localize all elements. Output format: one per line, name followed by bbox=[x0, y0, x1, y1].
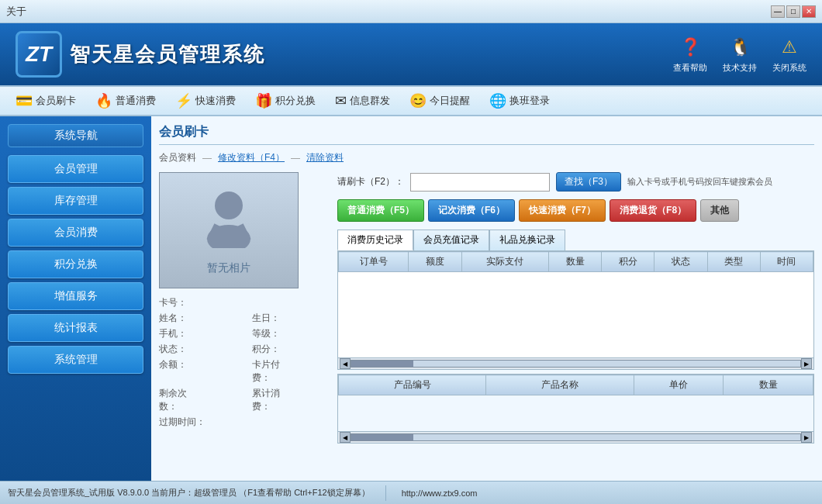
hscroll-left-arrow[interactable]: ◀ bbox=[340, 358, 351, 369]
toolbar: 💳 会员刷卡 🔥 普通消费 ⚡ 快速消费 🎁 积分兑换 ✉ 信息群发 😊 今日提… bbox=[0, 85, 822, 116]
expire-value bbox=[209, 416, 271, 429]
col-actual-pay: 实际支付 bbox=[461, 252, 548, 272]
subnav-member-data: 会员资料 bbox=[159, 151, 196, 164]
tab-consume-history[interactable]: 消费历史记录 bbox=[337, 230, 413, 250]
name-label: 姓名： bbox=[159, 312, 198, 325]
col-quantity: 数量 bbox=[724, 375, 813, 395]
sidebar-item-member-mgmt[interactable]: 会员管理 bbox=[8, 155, 143, 183]
sidebar-item-member-consume[interactable]: 会员消费 bbox=[8, 219, 143, 247]
other-button[interactable]: 其他 bbox=[700, 199, 739, 222]
statusbar: 智天星会员管理系统_试用版 V8.9.0.0 当前用户：超级管理员 （F1查看帮… bbox=[0, 481, 822, 504]
sidebar-item-sys-mgmt[interactable]: 系统管理 bbox=[8, 346, 143, 374]
tab-content: 订单号 额度 实际支付 数量 积分 状态 类型 时间 bbox=[337, 250, 814, 370]
logo-icon: ZT bbox=[16, 31, 62, 78]
close-sys-button[interactable]: ⚠ 关闭系统 bbox=[772, 35, 806, 74]
action-buttons: 普通消费（F5） 记次消费（F6） 快速消费（F7） 消费退货（F8） 其他 bbox=[337, 199, 814, 222]
card-hint: 输入卡号或手机号码按回车键搜索会员 bbox=[627, 176, 772, 188]
svg-point-0 bbox=[215, 192, 243, 219]
toolbar-normal-consume[interactable]: 🔥 普通消费 bbox=[88, 89, 164, 112]
subnav-sep-2: — bbox=[291, 153, 300, 164]
bottom-hscroll-thumb[interactable] bbox=[351, 434, 413, 440]
member-info-row-remain: 剩余次数： 累计消费： bbox=[159, 387, 330, 413]
toolbar-points-exchange-label: 积分兑换 bbox=[275, 94, 316, 108]
cardno-value bbox=[202, 296, 264, 309]
smile-icon: 😊 bbox=[409, 92, 427, 109]
page-title: 会员刷卡 bbox=[159, 124, 814, 145]
card-fee-label: 卡片付费： bbox=[252, 358, 291, 385]
bottom-table-hscroll[interactable]: ◀ ▶ bbox=[338, 431, 813, 443]
lightning-icon: ⚡ bbox=[175, 92, 192, 109]
bottom-hscroll-track[interactable] bbox=[351, 433, 801, 441]
gift-icon: 🎁 bbox=[255, 92, 272, 109]
status-label: 状态： bbox=[159, 343, 198, 356]
col-status: 状态 bbox=[654, 252, 707, 272]
logo-area: ZT 智天星会员管理系统 bbox=[16, 31, 265, 78]
sidebar: 系统导航 会员管理 库存管理 会员消费 积分兑换 增值服务 统计报表 系统管理 bbox=[0, 116, 151, 481]
logo-text: 智天星会员管理系统 bbox=[70, 41, 265, 68]
points-label: 积分： bbox=[252, 343, 291, 356]
help-button[interactable]: ❓ 查看帮助 bbox=[673, 35, 707, 74]
support-button[interactable]: 🐧 技术支持 bbox=[723, 35, 757, 74]
hscroll-track[interactable] bbox=[351, 360, 801, 368]
photo-placeholder-text: 暂无相片 bbox=[207, 261, 250, 275]
restore-button[interactable]: □ bbox=[786, 5, 800, 18]
toolbar-quick-consume-label: 快速消费 bbox=[195, 94, 236, 108]
toolbar-member-card[interactable]: 💳 会员刷卡 bbox=[8, 89, 84, 112]
warning-icon: ⚠ bbox=[777, 35, 802, 60]
close-button[interactable]: ✕ bbox=[802, 5, 816, 18]
card-icon: 💳 bbox=[16, 92, 33, 109]
top-header: ZT 智天星会员管理系统 ❓ 查看帮助 🐧 技术支持 ⚠ 关闭系统 bbox=[0, 23, 822, 85]
person-icon bbox=[202, 186, 256, 257]
toolbar-shift-login[interactable]: 🌐 换班登录 bbox=[482, 89, 558, 112]
name-value bbox=[202, 312, 248, 325]
mail-icon: ✉ bbox=[335, 92, 347, 109]
member-info-row-cardno: 卡号： bbox=[159, 296, 330, 309]
subnav-clear-data[interactable]: 清除资料 bbox=[306, 151, 344, 164]
toolbar-points-exchange[interactable]: 🎁 积分兑换 bbox=[247, 89, 323, 112]
toolbar-quick-consume[interactable]: ⚡ 快速消费 bbox=[168, 89, 243, 112]
card-input-field[interactable] bbox=[410, 173, 550, 192]
toolbar-today-remind[interactable]: 😊 今日提醒 bbox=[402, 89, 478, 112]
toolbar-sms-label: 信息群发 bbox=[350, 94, 390, 108]
toolbar-member-card-label: 会员刷卡 bbox=[36, 94, 76, 108]
col-product-no: 产品编号 bbox=[339, 375, 486, 395]
member-info-row-name: 姓名： 生日： bbox=[159, 312, 330, 325]
top-actions: ❓ 查看帮助 🐧 技术支持 ⚠ 关闭系统 bbox=[673, 35, 806, 74]
toolbar-sms[interactable]: ✉ 信息群发 bbox=[327, 89, 398, 112]
tab-gift-exchange[interactable]: 礼品兑换记录 bbox=[489, 230, 565, 250]
sidebar-item-stock-mgmt[interactable]: 库存管理 bbox=[8, 187, 143, 215]
tab-recharge-record[interactable]: 会员充值记录 bbox=[413, 230, 489, 250]
globe-icon: 🌐 bbox=[489, 92, 506, 109]
consume-table-hscroll[interactable]: ◀ ▶ bbox=[338, 357, 813, 369]
hscroll-thumb[interactable] bbox=[351, 361, 413, 367]
balance-value bbox=[202, 358, 248, 385]
subnav-modify-data[interactable]: 修改资料（F4） bbox=[218, 151, 285, 164]
total-consume-label: 累计消费： bbox=[252, 387, 291, 413]
bottom-table-area: 产品编号 产品名称 单价 数量 ◀ bbox=[337, 374, 814, 444]
card-search-button[interactable]: 查找（F3） bbox=[556, 172, 621, 192]
support-icon: 🐧 bbox=[727, 35, 752, 60]
sidebar-item-points-exchange[interactable]: 积分兑换 bbox=[8, 250, 143, 278]
toolbar-shift-login-label: 换班登录 bbox=[509, 94, 550, 108]
hscroll-right-arrow[interactable]: ▶ bbox=[801, 358, 812, 369]
quick-consume-button[interactable]: 快速消费（F7） bbox=[519, 199, 606, 222]
help-label: 查看帮助 bbox=[673, 62, 707, 74]
photo-placeholder: 暂无相片 bbox=[159, 172, 299, 288]
remain-label: 剩余次数： bbox=[159, 387, 198, 413]
minimize-button[interactable]: — bbox=[771, 5, 785, 18]
sidebar-item-stat-report[interactable]: 统计报表 bbox=[8, 314, 143, 342]
bottom-hscroll-left-arrow[interactable]: ◀ bbox=[340, 432, 351, 443]
bottom-table: 产品编号 产品名称 单价 数量 bbox=[338, 375, 813, 395]
balance-label: 余额： bbox=[159, 358, 198, 385]
col-unit-price: 单价 bbox=[634, 375, 724, 395]
normal-consume-button[interactable]: 普通消费（F5） bbox=[337, 199, 424, 222]
card-input-row: 请刷卡（F2）： 查找（F3） 输入卡号或手机号码按回车键搜索会员 bbox=[337, 172, 814, 192]
col-order-no: 订单号 bbox=[339, 252, 409, 272]
refund-button[interactable]: 消费退货（F8） bbox=[610, 199, 696, 222]
sidebar-item-value-service[interactable]: 增值服务 bbox=[8, 282, 143, 310]
status-value bbox=[202, 343, 248, 356]
col-time: 时间 bbox=[760, 252, 813, 272]
times-consume-button[interactable]: 记次消费（F6） bbox=[428, 199, 515, 222]
titlebar-title: 关于 bbox=[6, 5, 26, 19]
bottom-hscroll-right-arrow[interactable]: ▶ bbox=[801, 432, 812, 443]
